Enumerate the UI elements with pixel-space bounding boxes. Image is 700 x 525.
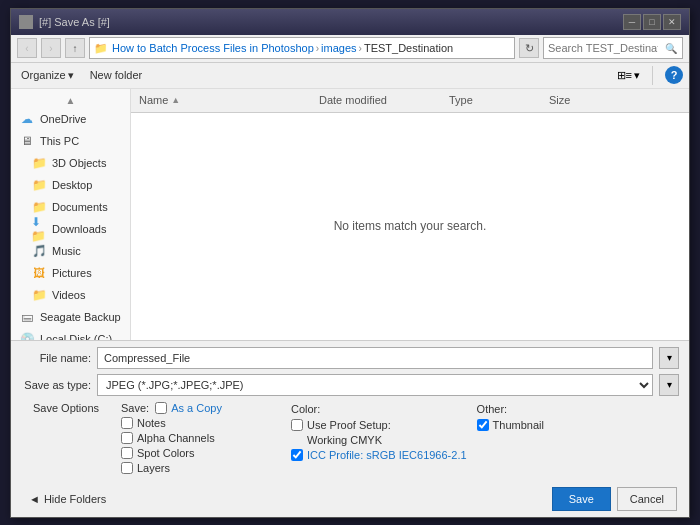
breadcrumb-part1[interactable]: How to Batch Process Files in Photoshop	[112, 42, 314, 54]
sidebar-item-localdisk[interactable]: 💿 Local Disk (C:)	[11, 328, 130, 340]
saveastype-dropdown-button[interactable]: ▾	[659, 374, 679, 396]
save-button[interactable]: Save	[552, 487, 611, 511]
main-content-area: ▲ ☁ OneDrive 🖥 This PC 📁 3D Objects 📁 De…	[11, 89, 689, 340]
search-button[interactable]: 🔍	[662, 38, 680, 58]
organize-label: Organize	[21, 69, 66, 81]
folder-icon: ⬇📁	[31, 221, 47, 237]
spot-colors-checkbox[interactable]	[121, 447, 133, 459]
filename-dropdown-button[interactable]: ▾	[659, 347, 679, 369]
as-copy-row: Save: As a Copy	[121, 402, 281, 414]
forward-button[interactable]: ›	[41, 38, 61, 58]
notes-label: Notes	[137, 417, 166, 429]
other-label: Other:	[477, 403, 508, 415]
organize-button[interactable]: Organize ▾	[17, 67, 78, 84]
breadcrumb-bar: 📁 How to Batch Process Files in Photosho…	[89, 37, 515, 59]
save-options-group: Save Options	[21, 402, 111, 477]
sidebar-item-downloads[interactable]: ⬇📁 Downloads	[11, 218, 130, 240]
sidebar-item-label: Downloads	[52, 223, 106, 235]
refresh-button[interactable]: ↻	[519, 38, 539, 58]
size-column-header[interactable]: Size	[549, 94, 629, 106]
hide-folders-arrow-icon: ◄	[29, 493, 40, 505]
view-icon: ⊞≡	[617, 69, 632, 82]
type-column-header[interactable]: Type	[449, 94, 549, 106]
toolbar-divider	[652, 66, 653, 85]
sidebar-item-documents[interactable]: 📁 Documents	[11, 196, 130, 218]
sidebar-item-label: OneDrive	[40, 113, 86, 125]
date-column-header[interactable]: Date modified	[319, 94, 449, 106]
sidebar-item-label: Local Disk (C:)	[40, 333, 112, 340]
maximize-button[interactable]: □	[643, 14, 661, 30]
sidebar-item-label: This PC	[40, 135, 79, 147]
view-toggle-button[interactable]: ⊞≡ ▾	[617, 69, 640, 82]
thumbnail-checkbox[interactable]	[477, 419, 489, 431]
options-section: Save Options Save: As a Copy Notes Alpha…	[21, 402, 679, 477]
notes-checkbox[interactable]	[121, 417, 133, 429]
spot-colors-row: Spot Colors	[121, 447, 281, 459]
breadcrumb-part3: TEST_Destination	[364, 42, 453, 54]
empty-message: No items match your search.	[131, 113, 689, 340]
bottom-section: File name: ▾ Save as type: JPEG (*.JPG;*…	[11, 340, 689, 517]
saveastype-label: Save as type:	[21, 379, 91, 391]
sidebar-item-thispc[interactable]: 🖥 This PC	[11, 130, 130, 152]
sidebar-item-3dobjects[interactable]: 📁 3D Objects	[11, 152, 130, 174]
hide-folders-button[interactable]: ◄ Hide Folders	[23, 491, 112, 507]
minimize-button[interactable]: ─	[623, 14, 641, 30]
saveastype-select[interactable]: JPEG (*.JPG;*.JPEG;*.JPE)	[97, 374, 653, 396]
layers-checkbox[interactable]	[121, 462, 133, 474]
breadcrumb-part2[interactable]: images	[321, 42, 356, 54]
search-box: 🔍	[543, 37, 683, 59]
sidebar-item-label: Seagate Backup	[40, 311, 121, 323]
empty-message-text: No items match your search.	[334, 219, 487, 233]
sidebar-item-pictures[interactable]: 🖼 Pictures	[11, 262, 130, 284]
search-input[interactable]	[544, 42, 662, 54]
title-bar: [#] Save As [#] ─ □ ✕	[11, 9, 689, 35]
folder-icon: 🖼	[31, 265, 47, 281]
save-options-title: Save Options	[21, 402, 111, 414]
alpha-channels-checkbox[interactable]	[121, 432, 133, 444]
sidebar-item-onedrive[interactable]: ☁ OneDrive	[11, 108, 130, 130]
save-as-dialog: [#] Save As [#] ─ □ ✕ ‹ › ↑ 📁 How to Bat…	[10, 8, 690, 518]
icc-profile-row: ICC Profile: sRGB IEC61966-2.1	[291, 449, 467, 461]
alpha-channels-label: Alpha Channels	[137, 432, 215, 444]
save-colon-label: Save:	[121, 402, 149, 414]
filename-input[interactable]	[97, 347, 653, 369]
other-options-group: Other: Thumbnail	[477, 402, 679, 477]
alpha-channels-row: Alpha Channels	[121, 432, 281, 444]
folder-icon: 🎵	[31, 243, 47, 259]
up-icon: ↑	[73, 43, 78, 54]
icc-profile-checkbox[interactable]	[291, 449, 303, 461]
hide-folders-label: Hide Folders	[44, 493, 106, 505]
back-button[interactable]: ‹	[17, 38, 37, 58]
icc-profile-label[interactable]: ICC Profile: sRGB IEC61966-2.1	[307, 449, 467, 461]
as-copy-label[interactable]: As a Copy	[171, 402, 222, 414]
back-icon: ‹	[25, 43, 28, 54]
color-section-header: Color:	[291, 402, 467, 416]
thumbnail-label: Thumbnail	[493, 419, 544, 431]
help-button[interactable]: ?	[665, 66, 683, 84]
cancel-button[interactable]: Cancel	[617, 487, 677, 511]
file-content-area: Name ▲ Date modified Type Size No items …	[131, 89, 689, 340]
sidebar-item-videos[interactable]: 📁 Videos	[11, 284, 130, 306]
layers-label: Layers	[137, 462, 170, 474]
close-button[interactable]: ✕	[663, 14, 681, 30]
sidebar-item-music[interactable]: 🎵 Music	[11, 240, 130, 262]
organize-arrow-icon: ▾	[68, 69, 74, 82]
sidebar-item-label: Music	[52, 245, 81, 257]
dropdown-arrow-icon: ▾	[667, 352, 672, 363]
window-controls: ─ □ ✕	[623, 14, 681, 30]
app-icon	[19, 15, 33, 29]
breadcrumb-sep2: ›	[359, 43, 362, 54]
layers-row: Layers	[121, 462, 281, 474]
use-proof-checkbox[interactable]	[291, 419, 303, 431]
new-folder-button[interactable]: New folder	[86, 67, 147, 83]
use-proof-row: Use Proof Setup:	[291, 419, 467, 431]
column-headers: Name ▲ Date modified Type Size	[131, 89, 689, 113]
sidebar-item-desktop[interactable]: 📁 Desktop	[11, 174, 130, 196]
folder-icon: 📁	[31, 199, 47, 215]
sidebar-item-label: Videos	[52, 289, 85, 301]
working-cmyk-label: Working CMYK	[291, 434, 467, 446]
up-button[interactable]: ↑	[65, 38, 85, 58]
as-copy-checkbox[interactable]	[155, 402, 167, 414]
sidebar-item-seagate[interactable]: 🖴 Seagate Backup	[11, 306, 130, 328]
name-column-header[interactable]: Name ▲	[139, 94, 319, 106]
